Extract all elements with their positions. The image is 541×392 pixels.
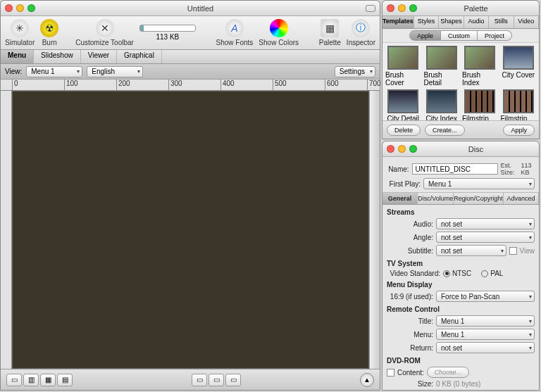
remote-return-label: Return: <box>387 344 433 352</box>
tab-viewer[interactable]: Viewer <box>81 50 117 63</box>
canvas-area <box>1 91 380 369</box>
tab-shapes[interactable]: Shapes <box>439 16 464 28</box>
tab-templates[interactable]: Templates <box>383 16 414 28</box>
choose-button[interactable]: Choose... <box>427 367 470 378</box>
palette-item-label: Filmstrip D... <box>501 115 537 120</box>
customize-toolbar-button[interactable]: ✕ Customize Toolbar <box>75 19 134 46</box>
vertical-scrollbar[interactable] <box>369 91 380 369</box>
menu-display-heading: Menu Display <box>387 281 535 289</box>
sixteen-nine-dropdown[interactable]: Force to Pan-Scan <box>436 291 535 302</box>
window-title: Untitled <box>35 4 366 13</box>
view-label: View: <box>5 68 22 75</box>
tab-advanced[interactable]: Advanced <box>504 193 539 204</box>
menu-canvas[interactable] <box>12 91 369 369</box>
preview-button[interactable]: ▲ <box>360 373 374 387</box>
show-colors-button[interactable]: Show Colors <box>259 19 299 46</box>
burn-icon: ☢ <box>40 19 58 37</box>
minimize-icon[interactable] <box>398 4 406 12</box>
menu-dropdown[interactable]: Menu 1 <box>26 66 82 77</box>
palette-item[interactable]: City Index <box>424 89 460 120</box>
view-mode-4-button[interactable]: ▤ <box>57 374 73 386</box>
tab-audio[interactable]: Audio <box>464 16 489 28</box>
name-field[interactable] <box>412 163 498 175</box>
palette-window: Palette Templates Styles Shapes Audio St… <box>382 0 540 139</box>
streams-heading: Streams <box>387 208 535 216</box>
toolbar-toggle-icon[interactable] <box>366 5 375 12</box>
palette-item[interactable]: Filmstrip C... <box>462 89 498 120</box>
content-checkbox[interactable] <box>387 369 394 377</box>
burn-button[interactable]: ☢ Burn <box>40 19 58 46</box>
simulator-button[interactable]: ✳ Simulator <box>5 19 35 46</box>
remote-title-dropdown[interactable]: Menu 1 <box>436 315 535 327</box>
main-toolbar: ✳ Simulator ☢ Burn ✕ Customize Toolbar 1… <box>1 16 380 50</box>
main-titlebar[interactable]: Untitled <box>1 1 380 16</box>
tab-slideshow[interactable]: Slideshow <box>34 50 81 63</box>
remote-menu-dropdown[interactable]: Menu 1 <box>436 329 535 340</box>
palette-icon: ▦ <box>321 19 339 37</box>
tab-menu[interactable]: Menu <box>1 50 34 63</box>
ruler-horizontal: 0 100 200 300 400 500 600 700 <box>1 80 380 91</box>
close-icon[interactable] <box>387 4 394 12</box>
palette-item[interactable]: Brush Index <box>462 46 498 87</box>
view-checkbox[interactable] <box>509 247 517 255</box>
subtitle-dropdown[interactable]: not set <box>436 245 506 256</box>
language-dropdown[interactable]: English <box>87 66 143 77</box>
palette-grid[interactable]: Brush Cover Brush Detail Brush Index Cit… <box>383 43 539 120</box>
delete-button[interactable]: Delete <box>387 125 421 136</box>
tab-video[interactable]: Video <box>514 16 539 28</box>
audio-label: Audio: <box>387 220 433 228</box>
template-thumb <box>387 46 418 70</box>
show-colors-label: Show Colors <box>259 39 299 46</box>
disc-window: Disc Name: Est. Size: 113 KB First Play:… <box>382 141 540 391</box>
tab-disc-volume[interactable]: Disc/Volume <box>418 193 454 204</box>
zoom-icon[interactable] <box>27 4 35 12</box>
close-icon[interactable] <box>387 145 394 153</box>
disc-titlebar[interactable]: Disc <box>383 141 539 157</box>
ruler-vertical <box>1 91 12 369</box>
minimize-icon[interactable] <box>398 145 406 153</box>
tab-stills[interactable]: Stills <box>489 16 514 28</box>
palette-item[interactable]: Brush Cover <box>385 46 421 87</box>
apply-button[interactable]: Apply <box>503 125 535 136</box>
zoom-icon[interactable] <box>409 145 417 153</box>
first-play-dropdown[interactable]: Menu 1 <box>423 178 535 189</box>
palette-item[interactable]: Filmstrip D... <box>501 89 537 120</box>
subtab-apple[interactable]: Apple <box>409 30 441 41</box>
minimize-icon[interactable] <box>16 4 24 12</box>
palette-item[interactable]: City Detail <box>385 89 421 120</box>
pal-radio[interactable]: PAL <box>481 270 503 277</box>
view-mode-3-button[interactable]: ▦ <box>40 374 56 386</box>
disc-body: Name: Est. Size: 113 KB First Play: Menu… <box>383 157 539 390</box>
palette-item[interactable]: City Cover <box>501 46 537 87</box>
ruler-tick: 100 <box>64 80 78 90</box>
angle-dropdown[interactable]: not set <box>436 232 535 243</box>
palette-titlebar[interactable]: Palette <box>383 1 539 16</box>
ntsc-radio[interactable]: NTSC <box>443 270 471 277</box>
show-fonts-button[interactable]: A Show Fonts <box>216 19 254 46</box>
subtab-custom[interactable]: Custom <box>441 30 478 41</box>
view-mode-1-button[interactable]: ▭ <box>6 374 22 386</box>
audio-dropdown[interactable]: not set <box>436 218 535 229</box>
create-button[interactable]: Create... <box>425 125 465 136</box>
tab-graphical[interactable]: Graphical <box>117 50 162 63</box>
tab-region-copyright[interactable]: Region/Copyright <box>454 193 504 204</box>
view-mode-group: ▭ ▥ ▦ ▤ <box>6 374 73 386</box>
add-text-button[interactable]: ▭ <box>209 374 224 386</box>
add-button-button[interactable]: ▭ <box>192 374 207 386</box>
palette-footer: Delete Create... Apply <box>383 120 539 139</box>
view-mode-2-button[interactable]: ▥ <box>23 374 39 386</box>
palette-item-label: Filmstrip C... <box>462 115 498 120</box>
sixteen-nine-value: Force to Pan-Scan <box>441 293 499 301</box>
add-dropzone-button[interactable]: ▭ <box>225 374 241 386</box>
tab-styles[interactable]: Styles <box>414 16 439 28</box>
subtab-project[interactable]: Project <box>478 30 512 41</box>
settings-dropdown[interactable]: Settings <box>335 66 375 77</box>
palette-button[interactable]: ▦ Palette <box>319 19 341 46</box>
zoom-icon[interactable] <box>409 4 417 12</box>
menu-dropdown-value: Menu 1 <box>31 68 54 75</box>
tab-general[interactable]: General <box>383 193 418 204</box>
inspector-button[interactable]: ⓘ Inspector <box>347 19 375 46</box>
palette-item[interactable]: Brush Detail <box>424 46 460 87</box>
close-icon[interactable] <box>5 4 13 12</box>
remote-return-dropdown[interactable]: not set <box>436 342 535 353</box>
